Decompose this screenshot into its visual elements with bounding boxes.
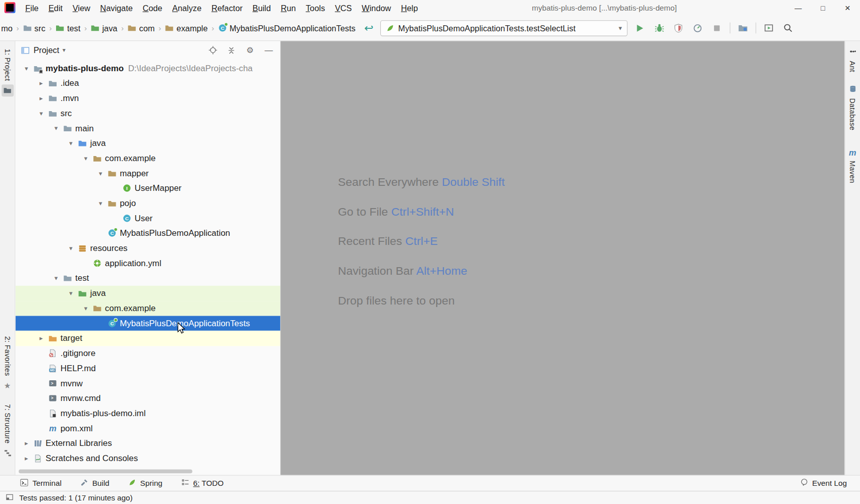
menu-build[interactable]: Build	[247, 1, 276, 15]
menu-tools[interactable]: Tools	[301, 1, 330, 15]
menu-code[interactable]: Code	[138, 1, 168, 15]
tree-row-resources[interactable]: ▾resources	[15, 241, 280, 256]
menu-navigate[interactable]: Navigate	[95, 1, 138, 15]
back-arrow-icon[interactable]: ↩	[364, 23, 373, 34]
tool-tab-maven[interactable]: mMaven	[845, 148, 860, 183]
maximize-button[interactable]: □	[811, 0, 835, 15]
close-button[interactable]: ✕	[835, 0, 860, 15]
chevron-expanded-icon[interactable]: ▾	[49, 125, 63, 132]
menu-vcs[interactable]: VCS	[330, 1, 357, 15]
tree-row-usermapper[interactable]: IUserMapper	[15, 181, 280, 196]
breadcrumb-item-mybatisplusdemoapplicationtests[interactable]: CMybatisPlusDemoApplicationTests	[218, 23, 356, 32]
star-icon[interactable]: ★	[2, 379, 14, 391]
chevron-expanded-icon[interactable]: ▾	[93, 199, 108, 207]
menu-run[interactable]: Run	[276, 1, 301, 15]
bottom-tab-event-log[interactable]: Event Log	[800, 478, 847, 488]
menu-help[interactable]: Help	[396, 1, 423, 15]
tree-row-mybatisplusdemoapplicationtests[interactable]: CMybatisPlusDemoApplicationTests	[15, 316, 280, 331]
editor-area[interactable]: Search Everywhere Double ShiftGo to File…	[281, 41, 844, 475]
tree-row-application-yml[interactable]: application.yml	[15, 256, 280, 271]
hide-panel-button[interactable]: —	[264, 45, 274, 56]
tool-tab-ant[interactable]: Ant	[845, 47, 860, 72]
minimize-button[interactable]: —	[786, 0, 811, 15]
project-panel-title[interactable]: Project	[33, 45, 59, 55]
chevron-expanded-icon[interactable]: ▾	[34, 110, 48, 117]
tool-tab-1-project[interactable]: 1: Project	[0, 49, 15, 96]
debug-button[interactable]	[652, 21, 666, 34]
chevron-expanded-icon[interactable]: ▾	[93, 170, 108, 177]
settings-gear-icon[interactable]: ⚙	[245, 45, 255, 56]
breadcrumb-item-com[interactable]: com	[128, 23, 155, 32]
tree-row-target[interactable]: ▸target	[15, 331, 280, 346]
tree-row-com-example[interactable]: ▾com.example	[15, 151, 280, 166]
collapse-all-button[interactable]	[226, 45, 236, 56]
tree-row-mvnw-cmd[interactable]: >mvnw.cmd	[15, 391, 280, 406]
chevron-collapsed-icon[interactable]: ▸	[19, 455, 33, 462]
breadcrumb-item-src[interactable]: src	[23, 23, 45, 32]
chevron-collapsed-icon[interactable]: ▸	[34, 94, 48, 102]
breadcrumb-item-example[interactable]: example	[165, 23, 208, 32]
profiler-button[interactable]	[691, 21, 704, 34]
tree-row-gitignore[interactable]: .gitignore	[15, 346, 280, 361]
tree-row-com-example[interactable]: ▾com.example	[15, 301, 280, 316]
run-configuration-select[interactable]: MybatisPlusDemoApplicationTests.testSele…	[380, 20, 628, 36]
menu-file[interactable]: File	[20, 1, 43, 15]
tree-row-mvn[interactable]: ▸.mvn	[15, 91, 280, 106]
menu-view[interactable]: View	[68, 1, 95, 15]
menu-window[interactable]: Window	[357, 1, 396, 15]
horizontal-scrollbar[interactable]	[19, 470, 192, 474]
chevron-expanded-icon[interactable]: ▾	[64, 244, 78, 252]
chevron-expanded-icon[interactable]: ▾	[19, 65, 33, 72]
menu-edit[interactable]: Edit	[43, 1, 68, 15]
tree-row-mvnw[interactable]: >mvnw	[15, 376, 280, 391]
bottom-tab-terminal[interactable]: Terminal	[20, 478, 62, 488]
tree-row-src[interactable]: ▾src	[15, 106, 280, 121]
chevron-expanded-icon[interactable]: ▾	[79, 155, 93, 162]
tree-row-mybatisplusdemoapplication[interactable]: CMybatisPlusDemoApplication	[15, 226, 280, 241]
toggle-toolwindows-icon[interactable]	[6, 493, 14, 503]
chevron-collapsed-icon[interactable]: ▸	[34, 79, 48, 87]
structure-icon[interactable]	[2, 447, 14, 459]
stop-button[interactable]	[711, 21, 724, 34]
chevron-collapsed-icon[interactable]: ▸	[34, 334, 48, 342]
menu-analyze[interactable]: Analyze	[167, 1, 207, 15]
breadcrumb-item-mo[interactable]: mo	[1, 23, 13, 32]
window-button[interactable]	[762, 21, 775, 34]
menu-refactor[interactable]: Refactor	[207, 1, 247, 15]
chevron-expanded-icon[interactable]: ▾	[64, 289, 78, 297]
search-button[interactable]	[781, 21, 794, 34]
tree-row-mybatis-plus-demo[interactable]: ▾mybatis-plus-demoD:\IdeaProjects\IdeaPr…	[15, 61, 280, 76]
folder-button[interactable]	[736, 21, 749, 34]
project-tab-icon[interactable]	[2, 84, 14, 96]
tree-row-external-libraries[interactable]: ▸External Libraries	[15, 436, 280, 451]
chevron-down-icon[interactable]: ▾	[63, 46, 66, 54]
tree-row-java[interactable]: ▾java	[15, 136, 280, 151]
breadcrumb-item-java[interactable]: java	[91, 23, 118, 32]
tree-row-mybatis-plus-demo-iml[interactable]: mybatis-plus-demo.iml	[15, 406, 280, 421]
bottom-tab-6-todo[interactable]: 6: TODO	[181, 478, 224, 488]
locate-file-button[interactable]	[208, 45, 218, 56]
tree-row-help-md[interactable]: MDHELP.md	[15, 361, 280, 376]
bottom-tab-spring[interactable]: Spring	[128, 478, 163, 488]
coverage-button[interactable]	[672, 21, 685, 34]
chevron-expanded-icon[interactable]: ▾	[64, 139, 78, 147]
tree-row-user[interactable]: CUser	[15, 211, 280, 226]
tree-row-test[interactable]: ▾test	[15, 271, 280, 286]
chevron-collapsed-icon[interactable]: ▸	[19, 439, 33, 447]
tree-row-mapper[interactable]: ▾mapper	[15, 166, 280, 181]
tree-row-main[interactable]: ▾main	[15, 121, 280, 136]
tree-row-java[interactable]: ▾java	[15, 286, 280, 301]
tree-row-scratches-and-consoles[interactable]: ▸Scratches and Consoles	[15, 451, 280, 466]
tool-tab-database[interactable]: Database	[845, 85, 860, 130]
tool-tab-7-structure[interactable]: 7: Structure	[0, 404, 15, 459]
chevron-expanded-icon[interactable]: ▾	[49, 275, 63, 282]
tree-row-idea[interactable]: ▸.idea	[15, 76, 280, 91]
tool-tab-2-favorites[interactable]: 2: Favorites★	[0, 336, 15, 391]
chevron-expanded-icon[interactable]: ▾	[79, 305, 93, 312]
status-message[interactable]: Tests passed: 1 (17 minutes ago)	[19, 493, 132, 502]
tree-row-pom-xml[interactable]: mpom.xml	[15, 421, 280, 436]
breadcrumb-item-test[interactable]: test	[56, 23, 80, 32]
bottom-tab-build[interactable]: Build	[80, 478, 110, 488]
tree-row-pojo[interactable]: ▾pojo	[15, 196, 280, 211]
run-button[interactable]	[633, 21, 646, 34]
